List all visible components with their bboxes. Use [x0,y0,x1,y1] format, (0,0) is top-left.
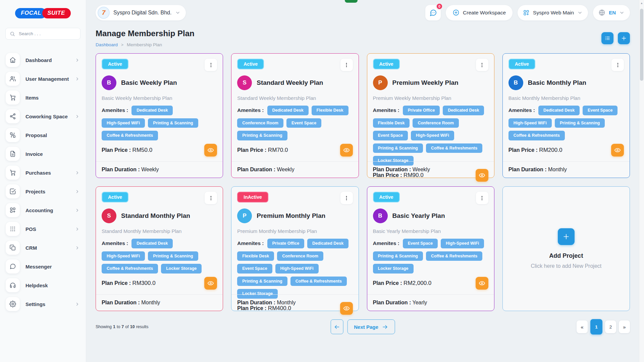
summary-from: 1 [113,324,115,329]
amenity-tag: Event Space [237,264,272,274]
chevron-right-icon [75,189,80,194]
card-menu-button[interactable] [205,59,217,71]
amenities-list: Amenites : Dedicated DeskHigh-Speed WiFi… [102,239,217,274]
workspace-selector[interactable]: 7 Syspro Digital Sdn. Bhd. [96,5,186,20]
amenity-tag: Conference Room [277,251,323,261]
pager: Next Page [330,319,395,334]
plan-name: Basic Yearly Plan [392,212,445,220]
add-project-plus-button[interactable] [558,228,575,245]
amenity-tag: Coffee & Refreshments [508,131,565,140]
status-badge: Active [508,59,535,69]
card-menu-button[interactable] [340,192,353,204]
view-plan-button[interactable] [611,144,624,157]
status-badge: Active [373,192,400,202]
summary-total: 10 [130,324,135,329]
amenity-tag: Printing & Scanning [237,277,287,286]
plan-card: Active P Premium Weekly Plan Premium Wee… [367,53,494,178]
sidebar-item-helpdesk[interactable]: Helpdesk [5,278,80,292]
amenity-tag: Conference Room [237,118,283,128]
next-page-button[interactable]: Next Page [347,319,395,334]
add-project-card[interactable]: Add Project Click here to add New Projec… [502,186,630,311]
amenity-tag: High-Speed WiFi [275,264,319,274]
view-plan-button[interactable] [204,144,217,157]
amenity-tag: Flexible Desk [373,118,410,128]
last-page-button[interactable]: » [619,320,630,333]
arrow-left-icon [334,324,340,330]
scrollbar-up-icon[interactable]: ▲ [640,2,643,5]
add-plan-button[interactable] [618,32,630,44]
first-page-button[interactable]: « [577,320,588,333]
view-plan-button[interactable] [340,144,353,157]
search-input[interactable] [18,31,76,37]
search-icon [10,31,15,37]
sidebar-item-accounting[interactable]: Accounting [5,203,80,217]
card-menu-button[interactable] [476,192,488,204]
create-workspace-button[interactable]: Create Workspace [446,5,513,20]
chat-button[interactable]: 0 [425,5,441,20]
plan-name: Basic Weekly Plan [121,79,177,86]
sidebar-item-items[interactable]: Items [5,90,80,105]
sidebar-item-coworking-space[interactable]: Coworking Space [5,109,80,123]
amenities-label: Amenites : [102,107,128,113]
breadcrumb-current: Membership Plan [127,42,162,47]
previous-page-button[interactable] [330,319,343,334]
dots-vertical-icon [343,62,350,68]
sidebar-item-label: Helpdesk [25,283,69,288]
chevron-right-icon [75,76,80,81]
sidebar-item-invoice[interactable]: Invoice [5,147,80,161]
breadcrumb-dashboard-link[interactable]: Dashboard [96,42,118,47]
chevron-right-icon [75,208,80,213]
plan-price: Plan Price : RM300.0 [102,280,156,287]
sidebar-item-messenger[interactable]: Messenger [5,259,80,274]
sidebar-item-pos[interactable]: POS [5,222,80,236]
plan-description: Basic Weekly Membership Plan [102,95,217,101]
list-icon [604,35,610,41]
main-area: 7 Syspro Digital Sdn. Bhd. 0 Create Work… [86,0,644,362]
check-square-icon [6,184,20,198]
sidebar-item-label: Coworking Space [25,114,69,119]
card-menu-button[interactable] [611,59,624,71]
sidebar-item-proposal[interactable]: Proposal [5,128,80,142]
create-workspace-label: Create Workspace [463,10,506,16]
sidebar-item-purchases[interactable]: Purchases [5,166,80,180]
status-badge: InActive [237,192,268,202]
card-menu-button[interactable] [205,192,217,204]
page-button-1[interactable]: 1 [590,319,602,335]
amenities-list: Amenites : Private OfficeDedicated DeskF… [237,239,353,299]
pagination: « 1 2 » [577,319,630,335]
eye-icon [207,280,214,287]
plan-avatar: S [237,75,252,90]
plan-price: Plan Price : RM200.0 [508,147,562,154]
amenities-label: Amenites : [508,107,535,113]
amenity-tag: Coffee & Refreshments [426,251,482,261]
sidebar-item-label: Accounting [25,207,69,213]
language-selector[interactable]: EN [593,5,630,20]
head-actions [601,32,630,44]
sidebar-item-user-management[interactable]: User Management [5,72,80,86]
card-menu-button[interactable] [476,59,488,71]
plan-description: Standard Weekly Membership Plan [237,95,353,101]
plan-duration: Plan Duration : Yearly [367,294,494,311]
topbar-right: 0 Create Workspace Syspro Web Main EN [425,5,630,20]
view-plan-button[interactable] [204,277,217,290]
sidebar-item-dashboard[interactable]: Dashboard [5,53,80,67]
amenity-tag: Dedicated Desk [267,106,309,115]
view-plan-button[interactable] [476,277,488,290]
scrollbar-thumb[interactable] [640,9,643,81]
amenity-tag: Dedicated Desk [131,239,173,248]
language-code: EN [609,10,616,15]
results-summary: Showing 1 to 7 of 10 results [96,324,148,329]
scrollbar[interactable]: ▲ [639,0,644,362]
breadcrumb: Dashboard > Membership Plan [96,42,195,47]
sidebar-item-crm[interactable]: CRM [5,241,80,255]
sidebar-item-settings[interactable]: Settings [5,297,80,311]
list-view-button[interactable] [601,32,613,44]
amenity-tag: Event Space [373,131,408,140]
plans-grid: Active B Basic Weekly Plan Basic Weekly … [96,53,630,311]
dots-vertical-icon [615,62,621,68]
card-menu-button[interactable] [340,59,353,71]
app-selector[interactable]: Syspro Web Main [518,5,588,20]
page-button-2[interactable]: 2 [605,320,616,333]
sidebar-item-projects[interactable]: Projects [5,184,80,198]
plan-price: Plan Price : RM50.0 [102,147,152,154]
